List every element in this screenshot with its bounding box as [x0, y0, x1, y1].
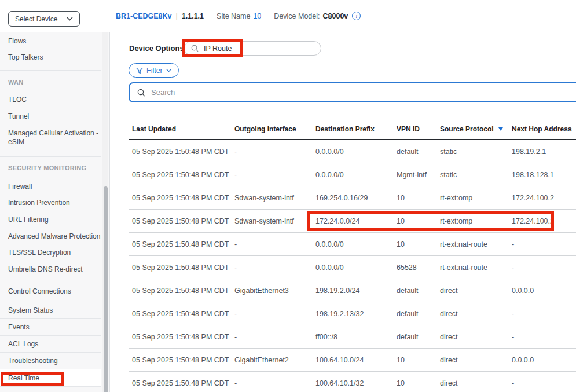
column-header-last-updated[interactable]: Last Updated [132, 125, 234, 133]
cell-outgoing-interface: GigabitEthernet2 [234, 356, 315, 364]
sidebar-item-tloc[interactable]: TLOC [8, 96, 27, 104]
chevron-down-icon [67, 17, 73, 21]
sidebar-item-troubleshooting[interactable]: Troubleshooting [0, 352, 101, 369]
device-options-query: IP Route [204, 45, 232, 53]
sidebar-section-wan: WAN [8, 79, 24, 86]
sort-descending-icon [498, 127, 503, 131]
column-header-destination-prefix[interactable]: Destination Prefix [315, 125, 397, 133]
sidebar-scrollbar-thumb[interactable] [104, 186, 108, 392]
site-name-label: Site Name [217, 12, 250, 20]
cell-source-protocol: rt-ext:nat-route [440, 240, 512, 248]
cell-vpn-id: default [397, 333, 440, 341]
search-placeholder: Search [151, 88, 175, 97]
cell-next-hop-address: - [512, 333, 576, 341]
sidebar-item-managed-cellular-esim[interactable]: Managed Cellular Activation - eSIM [8, 129, 110, 146]
device-model-value: C8000v [323, 12, 348, 20]
cell-last-updated: 05 Sep 2025 1:50:48 PM CDT [132, 287, 234, 295]
select-device-dropdown[interactable]: Select Device [8, 11, 80, 27]
filter-button-label: Filter [146, 67, 163, 75]
device-ip: 1.1.1.1 [182, 12, 204, 20]
cell-last-updated: 05 Sep 2025 1:50:48 PM CDT [132, 310, 234, 318]
cell-outgoing-interface: - [234, 263, 315, 272]
cell-outgoing-interface: Sdwan-system-intf [234, 217, 315, 225]
cell-source-protocol: direct [440, 356, 512, 364]
column-header-source-protocol[interactable]: Source Protocol [440, 125, 512, 133]
cell-vpn-id: Mgmt-intf [397, 171, 440, 179]
cell-vpn-id: default [397, 310, 440, 318]
cell-source-protocol: static [440, 171, 512, 179]
cell-next-hop-address: 198.19.2.1 [512, 148, 576, 156]
cell-next-hop-address: 0.0.0.0 [512, 356, 576, 364]
cell-next-hop-address: 198.18.128.1 [512, 171, 576, 179]
sidebar-divider [0, 386, 101, 387]
sidebar-item-tls-ssl-decryption[interactable]: TLS/SSL Decryption [8, 248, 71, 257]
sidebar-item-url-filtering[interactable]: URL Filtering [8, 215, 49, 224]
cell-destination-prefix: 198.19.2.0/24 [315, 287, 397, 295]
cell-next-hop-address: - [512, 379, 576, 387]
cell-outgoing-interface: - [234, 148, 315, 156]
sidebar-item-events[interactable]: Events [0, 318, 101, 335]
cell-destination-prefix: 0.0.0.0/0 [315, 263, 397, 272]
table-row: 05 Sep 2025 1:50:48 PM CDT Sdwan-system-… [129, 210, 576, 233]
cell-outgoing-interface: Sdwan-system-intf [234, 194, 315, 202]
cell-next-hop-address: 0.0.0.0 [512, 287, 576, 295]
table-header-row: Last Updated Outgoing Interface Destinat… [129, 119, 576, 140]
sidebar-item-real-time[interactable]: Real Time [0, 369, 101, 386]
cell-last-updated: 05 Sep 2025 1:50:48 PM CDT [132, 379, 234, 387]
cell-destination-prefix: 169.254.0.16/29 [315, 194, 397, 202]
sidebar-item-system-status[interactable]: System Status [0, 302, 101, 318]
cell-source-protocol: direct [440, 333, 512, 341]
cell-destination-prefix: 0.0.0.0/0 [315, 148, 397, 156]
cell-destination-prefix: 100.64.10.1/32 [315, 379, 397, 387]
sidebar-item-advanced-malware-protection[interactable]: Advanced Malware Protection [8, 232, 100, 240]
cell-vpn-id: 10 [397, 379, 440, 387]
table-row: 05 Sep 2025 1:50:48 PM CDT - ff00::/8 de… [129, 325, 576, 349]
sidebar-item-umbrella-dns-redirect[interactable]: Umbrella DNS Re-direct [8, 265, 83, 273]
device-info-bar: BR1-CEDGE8Kv | 1.1.1.1 Site Name 10 Devi… [116, 0, 361, 32]
cell-next-hop-address: 172.24.100.2 [512, 194, 576, 202]
sidebar-item-tunnel[interactable]: Tunnel [8, 112, 29, 120]
cell-vpn-id: 65528 [397, 263, 440, 272]
cell-vpn-id: 10 [397, 240, 440, 248]
table-row: 05 Sep 2025 1:50:48 PM CDT GigabitEthern… [129, 279, 576, 302]
sidebar-item-intrusion-prevention[interactable]: Intrusion Prevention [8, 199, 70, 207]
column-header-outgoing-interface[interactable]: Outgoing Interface [234, 125, 315, 133]
table-row: 05 Sep 2025 1:50:48 PM CDT - 0.0.0.0/0 d… [129, 140, 576, 163]
sidebar-item-control-connections[interactable]: Control Connections [0, 280, 101, 302]
cell-source-protocol: rt-ext:omp [440, 194, 512, 202]
table-row: 05 Sep 2025 1:50:48 PM CDT - 100.64.10.1… [129, 372, 576, 392]
cell-last-updated: 05 Sep 2025 1:50:48 PM CDT [132, 171, 234, 179]
filter-button[interactable]: Filter [129, 63, 179, 78]
top-header: Select Device BR1-CEDGE8Kv | 1.1.1.1 Sit… [0, 0, 576, 32]
cell-destination-prefix: 0.0.0.0/0 [315, 240, 397, 248]
table-search-input[interactable]: Search [129, 82, 576, 102]
table-row: 05 Sep 2025 1:50:48 PM CDT - 198.19.2.13… [129, 302, 576, 325]
cell-destination-prefix: 172.24.0.0/24 [315, 217, 397, 225]
cell-last-updated: 05 Sep 2025 1:50:48 PM CDT [132, 217, 234, 225]
sidebar-divider [0, 156, 101, 157]
sidebar-item-top-talkers[interactable]: Top Talkers [8, 53, 43, 61]
cell-last-updated: 05 Sep 2025 1:50:48 PM CDT [132, 240, 234, 248]
select-device-label: Select Device [15, 15, 57, 23]
cell-vpn-id: 10 [397, 356, 440, 364]
site-name-value: 10 [253, 12, 261, 20]
cell-vpn-id: default [397, 148, 440, 156]
search-icon [191, 45, 199, 52]
cell-destination-prefix: 0.0.0.0/0 [315, 171, 397, 179]
cell-last-updated: 05 Sep 2025 1:50:48 PM CDT [132, 148, 234, 156]
column-header-next-hop-address[interactable]: Next Hop Address [512, 125, 576, 133]
sidebar-item-acl-logs[interactable]: ACL Logs [0, 335, 101, 352]
sidebar: Flows Top Talkers WAN TLOC Tunnel Manage… [0, 32, 110, 392]
device-name-link[interactable]: BR1-CEDGE8Kv [116, 12, 172, 20]
cell-outgoing-interface: - [234, 379, 315, 387]
info-icon[interactable]: i [352, 12, 361, 20]
cell-last-updated: 05 Sep 2025 1:50:48 PM CDT [132, 333, 234, 341]
sidebar-item-flows[interactable]: Flows [8, 37, 26, 45]
column-header-vpn-id[interactable]: VPN ID [397, 125, 440, 133]
sidebar-section-security-monitoring: SECURITY MONITORING [8, 164, 86, 171]
cell-next-hop-address: - [512, 310, 576, 318]
sidebar-item-firewall[interactable]: Firewall [8, 182, 32, 190]
device-model-label: Device Model: [274, 12, 320, 20]
cell-destination-prefix: 198.19.2.13/32 [315, 310, 397, 318]
device-options-search-input[interactable]: IP Route [184, 41, 321, 56]
